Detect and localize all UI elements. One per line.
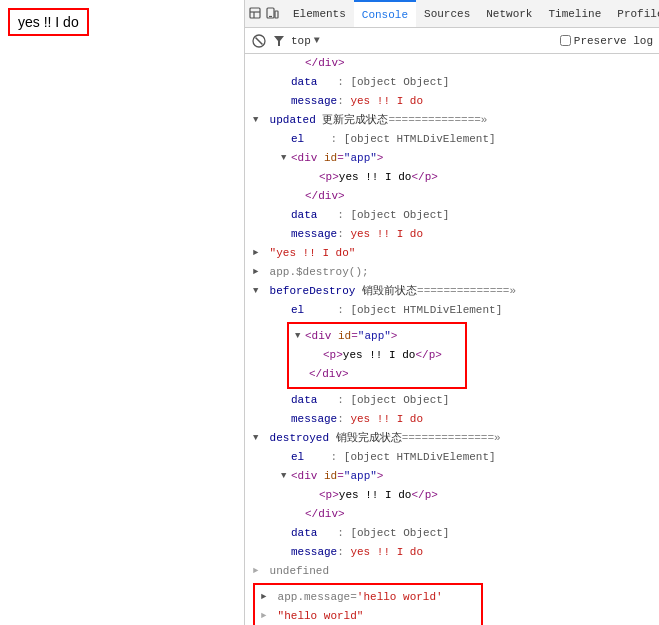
svg-rect-4 — [275, 11, 278, 18]
expand-destroyed[interactable] — [253, 430, 263, 446]
console-line[interactable]: updated 更新完成状态 ==============» — [245, 111, 659, 130]
preserve-log-checkbox[interactable] — [560, 35, 571, 46]
collapse-hello-1[interactable] — [261, 608, 271, 624]
expand-before-destroy[interactable] — [253, 283, 263, 299]
console-line[interactable]: <div id = "app" > — [245, 467, 659, 486]
tab-profiles[interactable]: Profiles — [609, 0, 659, 27]
console-line: data : [object Object] — [245, 73, 659, 92]
console-line[interactable]: app.message= 'hello world' — [261, 588, 475, 607]
red-box-before-destroy: <div id = "app" > <p> yes !! I do </p> <… — [245, 322, 659, 389]
context-arrow: ▼ — [314, 35, 320, 46]
console-line: message : yes !! I do — [245, 543, 659, 562]
console-line: el : [object HTMLDivElement] — [245, 130, 659, 149]
red-box-hello-world-1: app.message= 'hello world' "hello world" — [245, 583, 659, 625]
console-content[interactable]: </div> data : [object Object] message : … — [245, 54, 659, 625]
console-line: <p> yes !! I do </p> — [245, 486, 659, 505]
svg-rect-0 — [250, 8, 260, 18]
expand-div-app-2[interactable] — [281, 468, 291, 484]
expand-yes-do[interactable] — [253, 245, 263, 261]
preserve-log-group: Preserve log — [560, 35, 653, 47]
context-value: top — [291, 35, 311, 47]
console-line: data : [object Object] — [245, 524, 659, 543]
inspect-icon[interactable] — [249, 6, 263, 22]
console-line: data : [object Object] — [245, 391, 659, 410]
console-line: undefined — [245, 562, 659, 581]
console-line: message : yes !! I do — [245, 225, 659, 244]
expand-destroy[interactable] — [253, 264, 263, 280]
console-line: <p> yes !! I do </p> — [295, 346, 459, 365]
tab-timeline[interactable]: Timeline — [540, 0, 609, 27]
console-line[interactable]: <div id = "app" > — [295, 327, 459, 346]
console-line[interactable]: beforeDestroy 销毁前状态 ==============» — [245, 282, 659, 301]
webpage-text: yes !! I do — [18, 14, 79, 30]
console-line: </div> — [245, 505, 659, 524]
console-line: </div> — [245, 54, 659, 73]
console-toolbar: top ▼ Preserve log — [245, 28, 659, 54]
collapse-undefined[interactable] — [253, 563, 263, 579]
webpage-content: yes !! I do — [8, 8, 89, 36]
expand-div-app-red[interactable] — [295, 328, 305, 344]
console-line: <p> yes !! I do </p> — [245, 168, 659, 187]
console-line: message : yes !! I do — [245, 410, 659, 429]
console-line[interactable]: "yes !! I do" — [245, 244, 659, 263]
clear-console-icon[interactable] — [251, 33, 267, 49]
svg-marker-8 — [274, 36, 284, 46]
console-line[interactable]: app.$destroy(); — [245, 263, 659, 282]
webpage-panel: yes !! I do — [0, 0, 245, 625]
console-line: el : [object HTMLDivElement] — [245, 448, 659, 467]
filter-icon[interactable] — [271, 33, 287, 49]
tab-console[interactable]: Console — [354, 0, 416, 27]
console-line: "hello world" — [261, 607, 475, 625]
expand-updated[interactable] — [253, 112, 263, 128]
expand-app-message-1[interactable] — [261, 589, 271, 605]
expand-div-app-1[interactable] — [281, 150, 291, 166]
console-line: </div> — [295, 365, 459, 384]
tab-elements[interactable]: Elements — [285, 0, 354, 27]
context-selector[interactable]: top ▼ — [291, 35, 320, 47]
console-line[interactable]: destroyed 销毁完成状态 ==============» — [245, 429, 659, 448]
devtools-panel: Elements Console Sources Network Timelin… — [245, 0, 659, 625]
svg-line-7 — [256, 37, 263, 44]
devtools-tabs: Elements Console Sources Network Timelin… — [245, 0, 659, 28]
console-line: message : yes !! I do — [245, 92, 659, 111]
device-icon[interactable] — [265, 6, 279, 22]
preserve-log-label: Preserve log — [574, 35, 653, 47]
console-line: el : [object HTMLDivElement] — [245, 301, 659, 320]
tab-network[interactable]: Network — [478, 0, 540, 27]
console-line[interactable]: <div id = "app" > — [245, 149, 659, 168]
console-line: data : [object Object] — [245, 206, 659, 225]
console-line: </div> — [245, 187, 659, 206]
tab-sources[interactable]: Sources — [416, 0, 478, 27]
